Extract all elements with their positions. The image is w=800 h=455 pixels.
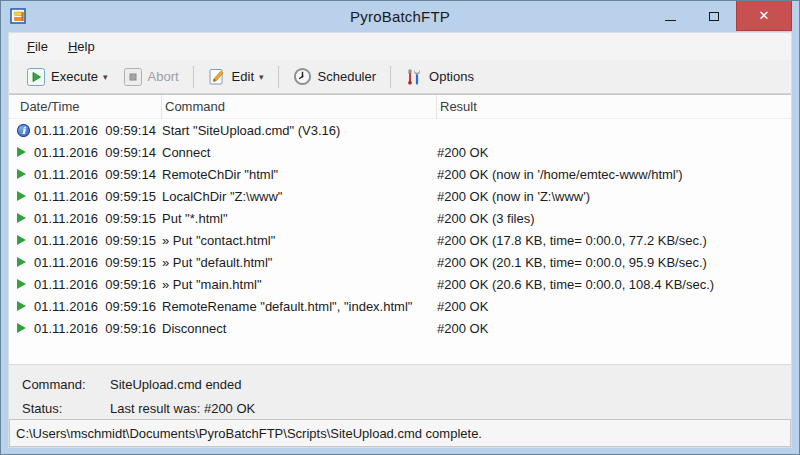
info-icon [17,124,30,137]
command-value: SiteUpload.cmd ended [110,377,242,392]
statusbar-text: C:\Users\mschmidt\Documents\PyroBatchFTP… [16,426,482,441]
edit-button[interactable]: Edit ▾ [200,64,272,90]
minimize-button[interactable] [648,1,692,31]
edit-label: Edit [232,69,254,84]
options-label: Options [429,69,474,84]
play-icon [17,301,26,311]
execute-button[interactable]: Execute ▾ [19,64,116,90]
toolbar-separator [278,66,279,88]
toolbar-separator [193,66,194,88]
table-row[interactable]: 01.11.2016 09:59:15 » Put "contact.html"… [9,229,791,251]
play-icon [17,235,26,245]
maximize-button[interactable] [692,1,736,31]
column-header-command[interactable]: Command [162,95,437,119]
table-row[interactable]: 01.11.2016 09:59:15 » Put "default.html"… [9,251,791,273]
table-row[interactable]: 01.11.2016 09:59:16 RemoteRename "defaul… [9,295,791,317]
titlebar: PyroBatchFTP ✕ [1,1,799,32]
row-datetime: 01.11.2016 09:59:16 [34,321,162,336]
menubar: File Help [9,33,791,60]
options-icon [405,68,423,86]
row-command: RemoteRename "default.html", "index.html… [162,299,437,314]
status-value: Last result was: #200 OK [110,401,255,416]
log-header: Date/Time Command Result [9,95,791,119]
row-command: LocalChDir "Z:\www" [162,189,437,204]
play-icon [17,169,26,179]
scheduler-label: Scheduler [318,69,377,84]
row-result: #200 OK [437,299,791,314]
row-result: #200 OK [437,321,791,336]
table-row[interactable]: 01.11.2016 09:59:16 » Put "main.html" #2… [9,273,791,295]
edit-icon [208,68,226,86]
options-button[interactable]: Options [397,64,482,90]
status-label: Status: [22,401,110,416]
row-command: » Put "main.html" [162,277,437,292]
row-command: RemoteChDir "html" [162,167,437,182]
menu-file[interactable]: File [17,35,58,58]
row-datetime: 01.11.2016 09:59:14 [34,167,162,182]
play-icon [17,279,26,289]
play-icon [17,213,26,223]
command-label: Command: [22,377,110,392]
row-result: #200 OK (17.8 KB, time= 0:00.0, 77.2 KB/… [437,233,791,248]
row-datetime: 01.11.2016 09:59:16 [34,299,162,314]
row-datetime: 01.11.2016 09:59:15 [34,211,162,226]
row-datetime: 01.11.2016 09:59:16 [34,277,162,292]
row-datetime: 01.11.2016 09:59:15 [34,189,162,204]
log-rows: 01.11.2016 09:59:14 Start "SiteUpload.cm… [9,119,791,364]
scheduler-icon [293,67,312,86]
scheduler-button[interactable]: Scheduler [285,63,385,90]
table-row[interactable]: 01.11.2016 09:59:15 LocalChDir "Z:\www" … [9,185,791,207]
app-window: PyroBatchFTP ✕ File Help [0,0,800,455]
statusbar: C:\Users\mschmidt\Documents\PyroBatchFTP… [9,419,791,447]
abort-label: Abort [148,69,179,84]
maximize-icon [709,12,719,21]
minimize-icon [665,20,676,21]
row-command: Put "*.html" [162,211,437,226]
play-icon [17,257,26,267]
table-row[interactable]: 01.11.2016 09:59:14 Start "SiteUpload.cm… [9,119,791,141]
execute-dropdown-caret: ▾ [103,72,108,82]
close-icon: ✕ [759,9,770,22]
row-result: #200 OK (20.1 KB, time= 0:00.0, 95.9 KB/… [437,255,791,270]
table-row[interactable]: 01.11.2016 09:59:14 Connect #200 OK [9,141,791,163]
abort-icon [124,68,142,86]
toolbar-separator [390,66,391,88]
row-result: #200 OK (now in 'Z:\www') [437,189,791,204]
abort-button[interactable]: Abort [116,64,187,90]
table-row[interactable]: 01.11.2016 09:59:15 Put "*.html" #200 OK… [9,207,791,229]
row-command: Disconnect [162,321,437,336]
row-datetime: 01.11.2016 09:59:15 [34,255,162,270]
execute-label: Execute [51,69,98,84]
play-icon [17,191,26,201]
row-command: » Put "contact.html" [162,233,437,248]
column-header-datetime[interactable]: Date/Time [17,95,162,119]
row-command: Connect [162,145,437,160]
log-listview: Date/Time Command Result 01.11.2016 09:5… [9,94,791,364]
row-datetime: 01.11.2016 09:59:15 [34,233,162,248]
row-datetime: 01.11.2016 09:59:14 [34,145,162,160]
table-row[interactable]: 01.11.2016 09:59:16 Disconnect #200 OK [9,317,791,339]
menu-help[interactable]: Help [58,35,105,58]
row-result: #200 OK (now in '/home/emtec-www/html') [437,167,791,182]
row-datetime: 01.11.2016 09:59:14 [34,123,162,138]
close-button[interactable]: ✕ [736,1,792,31]
row-result: #200 OK (20.6 KB, time= 0:00.0, 108.4 KB… [437,277,791,292]
row-command: Start "SiteUpload.cmd" (V3.16) [162,123,437,138]
row-result: #200 OK [437,145,791,160]
play-icon [17,323,26,333]
column-header-result[interactable]: Result [437,95,791,119]
edit-dropdown-caret: ▾ [259,72,264,82]
row-result: #200 OK (3 files) [437,211,791,226]
row-command: » Put "default.html" [162,255,437,270]
table-row[interactable]: 01.11.2016 09:59:14 RemoteChDir "html" #… [9,163,791,185]
play-icon [17,147,26,157]
execute-icon [27,68,45,86]
status-panel: Command: SiteUpload.cmd ended Status: La… [9,364,791,419]
toolbar: Execute ▾ Abort Edit ▾ [9,60,791,94]
